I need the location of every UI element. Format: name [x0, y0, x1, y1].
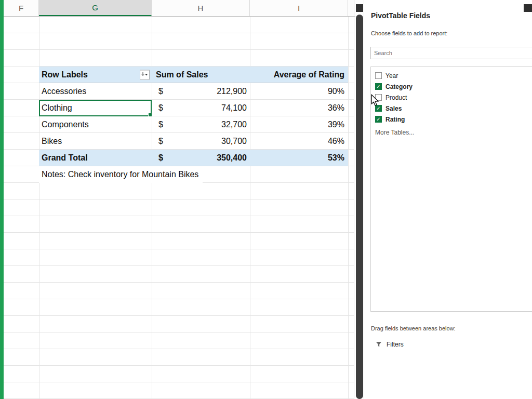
field-label: Sales	[385, 105, 402, 112]
checkbox-year[interactable]	[375, 72, 382, 79]
filters-area[interactable]: Filters	[376, 341, 404, 348]
field-label: Product	[385, 94, 407, 101]
cell-sales[interactable]: $ 74,100	[152, 100, 250, 116]
drag-areas-hint: Drag fields between areas below:	[371, 325, 456, 331]
more-tables-link[interactable]: More Tables...	[371, 127, 532, 138]
spreadsheet: F G H I Row Labels Sum of Sales Average …	[4, 0, 355, 399]
pivot-grand-total-row: Grand Total $ 350,400 53%	[39, 150, 348, 166]
cell-label[interactable]: Bikes	[39, 133, 152, 150]
currency-symbol: $	[158, 153, 163, 163]
cell-rating[interactable]: 46%	[250, 133, 348, 150]
sales-value: 350,400	[217, 153, 247, 163]
fields-list: Year Category Product Sales Rating More …	[370, 66, 532, 312]
field-row-rating[interactable]: Rating	[371, 114, 532, 125]
pivot-row-bikes: Bikes $ 30,700 46%	[39, 133, 348, 150]
mouse-cursor	[370, 94, 379, 109]
grand-total-sales[interactable]: $ 350,400	[152, 150, 250, 166]
grand-total-rating[interactable]: 53%	[250, 150, 348, 166]
column-header-h[interactable]: H	[152, 0, 250, 16]
selected-cell-clothing[interactable]: Clothing	[39, 100, 152, 116]
currency-symbol: $	[158, 87, 163, 96]
sales-value: 30,700	[221, 137, 247, 146]
pivot-row-clothing: Clothing $ 74,100 36%	[39, 100, 348, 116]
sales-value: 32,700	[221, 120, 247, 129]
scroll-up-button[interactable]	[356, 4, 363, 12]
field-row-category[interactable]: Category	[371, 81, 532, 92]
sales-value: 74,100	[221, 103, 247, 113]
scrollbar-thumb[interactable]	[356, 15, 363, 399]
currency-symbol: $	[158, 103, 163, 113]
sort-filter-icon	[141, 72, 148, 78]
checkbox-rating[interactable]	[375, 116, 382, 123]
pivot-table: Row Labels Sum of Sales Average of Ratin…	[39, 66, 348, 166]
currency-symbol: $	[158, 120, 163, 129]
pivot-header-row-labels[interactable]: Row Labels	[39, 66, 152, 83]
row-labels-text: Row Labels	[42, 70, 88, 79]
vertical-scrollbar[interactable]	[355, 0, 364, 399]
pivot-header-row: Row Labels Sum of Sales Average of Ratin…	[39, 66, 348, 83]
field-row-year[interactable]: Year	[371, 70, 532, 81]
panel-title: PivotTable Fields	[371, 11, 430, 20]
field-label: Category	[385, 83, 413, 90]
pivot-header-sum-of-sales[interactable]: Sum of Sales	[152, 66, 250, 83]
column-header-g[interactable]: G	[39, 0, 152, 16]
fields-search-input[interactable]	[370, 47, 532, 59]
filters-area-label: Filters	[387, 341, 404, 348]
cell-label[interactable]: Accessories	[39, 83, 152, 100]
cell-sales[interactable]: $ 32,700	[152, 116, 250, 133]
panel-scroll-up-button[interactable]	[524, 4, 532, 12]
cell-label[interactable]: Components	[39, 116, 152, 133]
field-label: Rating	[385, 116, 405, 123]
checkbox-category[interactable]	[375, 83, 382, 90]
column-header-f[interactable]: F	[4, 0, 39, 16]
cell-sales[interactable]: $ 30,700	[152, 133, 250, 150]
column-header-i[interactable]: I	[250, 0, 348, 16]
field-row-product[interactable]: Product	[371, 92, 532, 103]
pivot-row-components: Components $ 32,700 39%	[39, 116, 348, 133]
currency-symbol: $	[158, 137, 163, 146]
grand-total-label[interactable]: Grand Total	[39, 150, 152, 166]
row-labels-filter-button[interactable]	[140, 70, 150, 80]
panel-subtitle: Choose fields to add to report:	[371, 30, 447, 36]
notes-cell[interactable]: Notes: Check inventory for Mountain Bike…	[39, 166, 203, 183]
sheet-right-edge	[354, 0, 354, 399]
cell-sales[interactable]: $ 212,900	[152, 83, 250, 100]
pivot-row-accessories: Accessories $ 212,900 90%	[39, 83, 348, 100]
field-label: Year	[385, 72, 398, 79]
gridline-vertical	[348, 17, 349, 399]
pivottable-fields-panel: PivotTable Fields Choose fields to add t…	[364, 0, 532, 399]
cell-rating[interactable]: 36%	[250, 100, 348, 116]
window-edge-strip	[0, 0, 4, 399]
sales-value: 212,900	[217, 87, 247, 96]
cell-rating[interactable]: 90%	[250, 83, 348, 100]
funnel-icon	[376, 341, 382, 348]
column-header-bar: F G H I	[4, 0, 355, 17]
pivot-header-average-of-rating[interactable]: Average of Rating	[250, 66, 348, 83]
field-row-sales[interactable]: Sales	[371, 103, 532, 114]
cell-rating[interactable]: 39%	[250, 116, 348, 133]
